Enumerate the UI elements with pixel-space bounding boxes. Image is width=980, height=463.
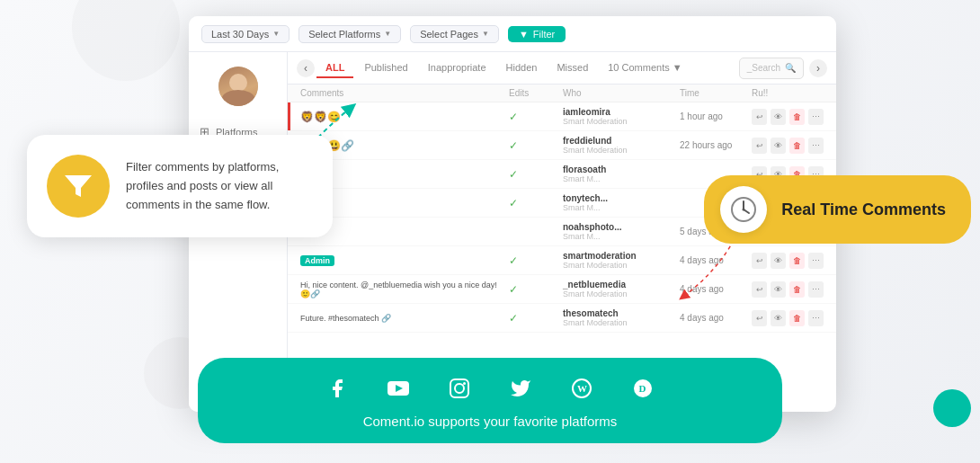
more-icon[interactable]: ⋯ <box>808 253 824 269</box>
disqus-icon: D <box>627 372 659 405</box>
user-cell: tonytech... Smart M... <box>563 193 680 212</box>
tab-missed[interactable]: Missed <box>548 58 597 78</box>
platforms-text: Coment.io supports your favorite platfor… <box>363 414 618 429</box>
search-placeholder: _Search <box>747 63 780 73</box>
user-cell: noahsphoto... Smart M... <box>563 222 680 241</box>
col-who: Who <box>563 88 680 98</box>
check-icon: ✓ <box>509 168 563 181</box>
wordpress-icon: W <box>566 372 598 405</box>
eye-icon[interactable]: 👁 <box>771 310 786 326</box>
delete-icon[interactable]: 🗑 <box>789 109 805 125</box>
date-range-button[interactable]: Last 30 Days ▼ <box>201 25 290 43</box>
more-icon[interactable]: ⋯ <box>808 281 824 298</box>
user-cell: thesomatech Smart Moderation <box>563 308 680 327</box>
platforms-bar: W D Coment.io supports your favorite pla… <box>198 358 782 443</box>
comment-text: Future. #thesomatech 🔗 <box>300 314 509 323</box>
check-icon: ✓ <box>509 197 563 209</box>
time-text: 4 days ago <box>680 255 752 265</box>
table-row[interactable]: Admin ✓ smartmoderation Smart Moderation… <box>288 246 836 275</box>
table-header: Comments Edits Who Time Ru!! <box>288 85 836 102</box>
user-cell: freddielund Smart Moderation <box>563 136 680 155</box>
user-cell: florasoath Smart M... <box>563 165 680 183</box>
time-text: 22 hours ago <box>680 140 752 150</box>
more-icon[interactable]: ⋯ <box>808 310 824 326</box>
action-icons: ↩ 👁 🗑 ⋯ <box>752 138 824 154</box>
check-icon: ✓ <box>509 111 563 123</box>
table-row[interactable]: 😀😊😃🔗 ✓ freddielund Smart Moderation 22 h… <box>288 131 836 160</box>
tab-comments-count[interactable]: 10 Comments ▼ <box>599 58 690 78</box>
table-row[interactable]: Hi, nice content. @_netbluemedia wish yo… <box>288 275 836 304</box>
check-icon: ✓ <box>509 139 563 152</box>
svg-text:D: D <box>639 383 646 394</box>
bg-circle-1 <box>72 0 180 81</box>
svg-rect-7 <box>450 379 468 397</box>
tab-all[interactable]: ALL <box>316 58 353 78</box>
filter-callout: Filter comments by platforms, profiles a… <box>27 135 333 237</box>
toolbar: Last 30 Days ▼ Select Platforms ▼ Select… <box>189 16 836 52</box>
platforms-button[interactable]: Select Platforms ▼ <box>298 25 401 43</box>
youtube-icon <box>382 372 414 405</box>
tab-inappropriate[interactable]: Inappropriate <box>419 58 495 78</box>
avatar <box>218 67 258 106</box>
user-cell: smartmoderation Smart Moderation <box>563 251 680 270</box>
user-cell: iamleomira Smart Moderation <box>563 107 680 126</box>
delete-icon[interactable]: 🗑 <box>789 138 805 154</box>
reply-icon[interactable]: ↩ <box>752 109 767 125</box>
table-row[interactable]: 🦁🦁😊 ✓ iamleomira Smart Moderation 1 hour… <box>288 102 836 131</box>
tab-published[interactable]: Published <box>355 58 416 78</box>
svg-point-8 <box>455 384 464 393</box>
check-icon: ✓ <box>509 254 563 267</box>
reply-icon[interactable]: ↩ <box>752 310 767 326</box>
filter-button[interactable]: ▼ Filter <box>508 26 566 42</box>
comment-text: Admin <box>300 255 509 266</box>
clock-icon <box>730 196 757 223</box>
comment-text: Hi, nice content. @_netbluemedia wish yo… <box>300 280 509 298</box>
eye-icon[interactable]: 👁 <box>771 109 786 125</box>
tab-prev-button[interactable]: ‹ <box>297 59 315 77</box>
col-edits: Edits <box>509 88 563 98</box>
action-icons: ↩ 👁 🗑 ⋯ <box>752 109 824 125</box>
reply-icon[interactable]: ↩ <box>752 138 767 154</box>
search-box[interactable]: _Search 🔍 <box>739 58 804 79</box>
pages-label: Select Pages <box>420 29 478 40</box>
platforms-icons: W D <box>321 372 659 405</box>
platforms-label: Select Platforms <box>308 29 380 40</box>
facebook-icon <box>321 372 353 405</box>
tab-hidden[interactable]: Hidden <box>497 58 547 78</box>
pages-button[interactable]: Select Pages ▼ <box>410 25 499 43</box>
delete-icon[interactable]: 🗑 <box>789 253 805 269</box>
tab-next-button[interactable]: › <box>809 59 827 77</box>
action-icons: ↩ 👁 🗑 ⋯ <box>752 310 824 326</box>
instagram-icon <box>443 372 476 405</box>
svg-marker-0 <box>65 175 92 197</box>
comment-text: 🦁🦁😊 <box>300 111 509 123</box>
col-comments: Comments <box>300 88 509 98</box>
search-icon: 🔍 <box>785 63 796 73</box>
table-row[interactable]: Future. #thesomatech 🔗 ✓ thesomatech Sma… <box>288 304 836 333</box>
tab-bar: ‹ ALL Published Inappropriate Hidden Mis… <box>288 52 836 85</box>
reply-icon[interactable]: ↩ <box>752 253 767 269</box>
page-wrapper: Last 30 Days ▼ Select Platforms ▼ Select… <box>0 0 980 463</box>
pages-chevron: ▼ <box>482 30 489 38</box>
date-range-label: Last 30 Days <box>211 29 269 40</box>
filter-label: Filter <box>533 29 555 40</box>
time-text: 4 days ago <box>680 313 752 323</box>
comments-count-chevron: ▼ <box>673 62 682 73</box>
time-text: 4 days ago <box>680 284 752 294</box>
teal-circle-right <box>933 389 971 427</box>
reply-icon[interactable]: ↩ <box>752 281 767 298</box>
more-icon[interactable]: ⋯ <box>808 138 824 154</box>
filter-icon-circle <box>47 155 110 218</box>
eye-icon[interactable]: 👁 <box>771 281 786 298</box>
twitter-icon <box>504 372 537 405</box>
eye-icon[interactable]: 👁 <box>771 138 786 154</box>
delete-icon[interactable]: 🗑 <box>789 281 805 298</box>
svg-point-9 <box>463 382 466 385</box>
avatar-image <box>218 67 258 106</box>
admin-badge: Admin <box>300 255 334 266</box>
filter-callout-text: Filter comments by platforms, profiles a… <box>126 155 307 214</box>
eye-icon[interactable]: 👁 <box>771 253 786 269</box>
col-time: Time <box>680 88 752 98</box>
more-icon[interactable]: ⋯ <box>808 109 824 125</box>
delete-icon[interactable]: 🗑 <box>789 310 805 326</box>
